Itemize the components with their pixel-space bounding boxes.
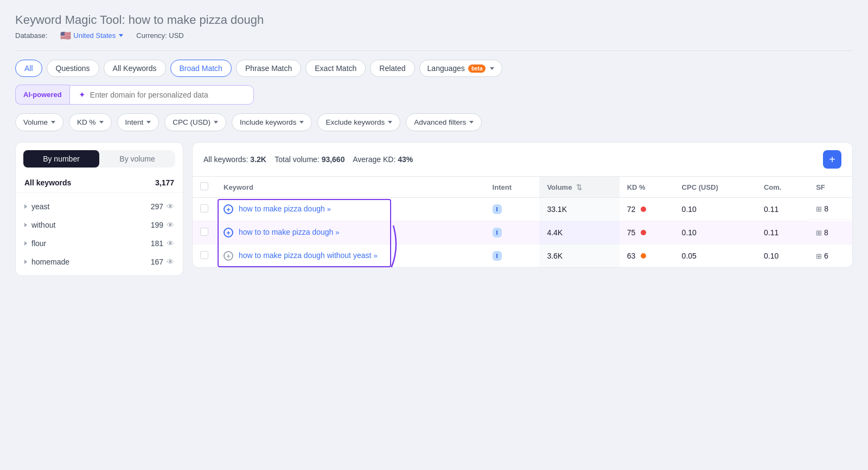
td-intent: I (485, 221, 540, 244)
td-kd: 72 (620, 198, 674, 221)
row-checkbox[interactable] (200, 251, 208, 259)
chevron-right-icon (24, 204, 27, 209)
database-label: Database: (15, 31, 47, 40)
kd-filter[interactable]: KD % (69, 113, 112, 131)
eye-icon[interactable]: 👁 (167, 221, 174, 229)
tab-questions[interactable]: Questions (47, 60, 99, 77)
th-com[interactable]: Com. (756, 177, 808, 198)
td-sf: ⊞ 8 (808, 198, 852, 220)
toggle-by-number[interactable]: By number (23, 150, 99, 168)
all-keywords-sidebar-count: 3,177 (155, 178, 174, 187)
row-checkbox[interactable] (200, 204, 208, 213)
sf-icon: ⊞ (816, 252, 822, 260)
tab-exact-match[interactable]: Exact Match (305, 60, 366, 77)
tab-bar: All Questions All Keywords Broad Match P… (15, 60, 853, 77)
include-keywords-filter[interactable]: Include keywords (232, 113, 312, 131)
td-cpc: 0.10 (674, 221, 756, 244)
include-label: Include keywords (240, 118, 296, 126)
eye-icon[interactable]: 👁 (167, 202, 174, 211)
td-checkbox (193, 221, 216, 244)
sidebar-list: yeast 297 👁 without 199 👁 flour 181 👁 (16, 193, 183, 275)
keyword-link[interactable]: how to make pizza dough » (239, 204, 331, 213)
header-meta: Database: 🇺🇸 United States Currency: USD (15, 30, 853, 41)
keyword-link[interactable]: how to to make pizza dough » (239, 228, 340, 236)
tab-all[interactable]: All (15, 60, 42, 77)
beta-badge: beta (468, 65, 486, 73)
avg-kd-label: Average KD: (353, 155, 398, 164)
chevron-down-icon (299, 121, 304, 124)
th-intent[interactable]: Intent (485, 177, 540, 198)
sidebar-item-count: 297 (151, 202, 163, 211)
ai-input-wrap[interactable]: ✦ (69, 85, 254, 105)
sidebar-item-without[interactable]: without 199 👁 (16, 216, 183, 234)
table-row: + how to to make pizza dough » I (193, 221, 852, 244)
cpc-filter[interactable]: CPC (USD) (164, 113, 226, 131)
kd-label: KD % (77, 118, 96, 126)
keyword-link[interactable]: how to make pizza dough without yeast » (239, 251, 378, 260)
sidebar-toggle: By number By volume (23, 150, 175, 168)
currency-label: Currency: USD (136, 31, 183, 40)
td-volume: 4.4K (539, 221, 619, 244)
sidebar-item-homemade[interactable]: homemade 167 👁 (16, 253, 183, 271)
th-keyword[interactable]: Keyword (216, 177, 485, 198)
tab-languages[interactable]: Languages beta (419, 60, 503, 77)
td-com: 0.11 (756, 221, 808, 244)
add-keyword-icon[interactable]: + (224, 228, 233, 237)
advanced-filters-button[interactable]: Advanced filters (406, 113, 482, 131)
row-checkbox[interactable] (200, 228, 208, 236)
sidebar-item-label: flour (31, 239, 148, 248)
tab-related[interactable]: Related (370, 60, 414, 77)
tab-all-keywords[interactable]: All Keywords (104, 60, 166, 77)
td-sf: ⊞ 8 (808, 221, 852, 244)
arrow-right-icon: » (335, 228, 339, 236)
keywords-table: Keyword Intent Volume ⇅ KD % CPC (USD) C… (193, 177, 852, 267)
eye-icon[interactable]: 👁 (167, 257, 174, 266)
ai-powered-row: AI-powered ✦ (15, 85, 853, 105)
advanced-filters-label: Advanced filters (414, 118, 466, 126)
main-content: By number By volume All keywords 3,177 y… (15, 142, 853, 276)
volume-filter[interactable]: Volume (15, 113, 63, 131)
avg-kd-value: 43% (398, 155, 413, 164)
chevron-down-icon (146, 121, 151, 124)
tool-name-label: Keyword Magic Tool: (15, 13, 125, 27)
add-keyword-icon[interactable]: + (224, 204, 233, 214)
table-stats-bar: All keywords: 3.2K Total volume: 93,660 … (193, 143, 852, 177)
chevron-down-icon (214, 121, 218, 124)
th-sf[interactable]: SF (808, 177, 852, 198)
td-com: 0.10 (756, 244, 808, 268)
kd-indicator (641, 253, 646, 259)
add-button[interactable]: + (823, 150, 841, 169)
toggle-by-volume[interactable]: By volume (99, 150, 175, 168)
tab-phrase-match[interactable]: Phrase Match (236, 60, 301, 77)
th-volume[interactable]: Volume ⇅ (539, 177, 619, 198)
tab-broad-match[interactable]: Broad Match (170, 60, 232, 77)
domain-input[interactable] (90, 91, 245, 99)
sidebar-item-yeast[interactable]: yeast 297 👁 (16, 197, 183, 216)
td-kd: 63 (620, 244, 674, 268)
all-keywords-stats-value: 3.2K (250, 155, 266, 164)
sidebar-all-keywords-row: All keywords 3,177 (16, 173, 183, 193)
cpc-label: CPC (USD) (173, 118, 210, 126)
intent-badge: I (493, 204, 502, 214)
td-cpc: 0.10 (674, 198, 756, 221)
languages-label: Languages (427, 64, 465, 73)
table-row: + how to make pizza dough without yeast … (193, 244, 852, 268)
intent-filter[interactable]: Intent (117, 113, 159, 131)
th-cpc[interactable]: CPC (USD) (674, 177, 756, 198)
chevron-down-icon (119, 34, 123, 37)
exclude-keywords-filter[interactable]: Exclude keywords (317, 113, 400, 131)
td-intent: I (485, 244, 540, 268)
sparkle-icon: ✦ (79, 90, 86, 100)
sf-icon: ⊞ (816, 229, 822, 237)
database-selector[interactable]: 🇺🇸 United States (60, 30, 123, 41)
eye-icon[interactable]: 👁 (167, 239, 174, 248)
th-checkbox (193, 177, 216, 198)
select-all-checkbox[interactable] (200, 182, 208, 190)
ai-powered-label: AI-powered (15, 85, 69, 105)
th-kd[interactable]: KD % (620, 177, 674, 198)
all-keywords-sidebar-label: All keywords (24, 178, 71, 187)
flag-icon: 🇺🇸 (60, 30, 71, 41)
sidebar-item-flour[interactable]: flour 181 👁 (16, 234, 183, 253)
add-keyword-icon[interactable]: + (224, 251, 233, 261)
kd-indicator (641, 207, 646, 212)
